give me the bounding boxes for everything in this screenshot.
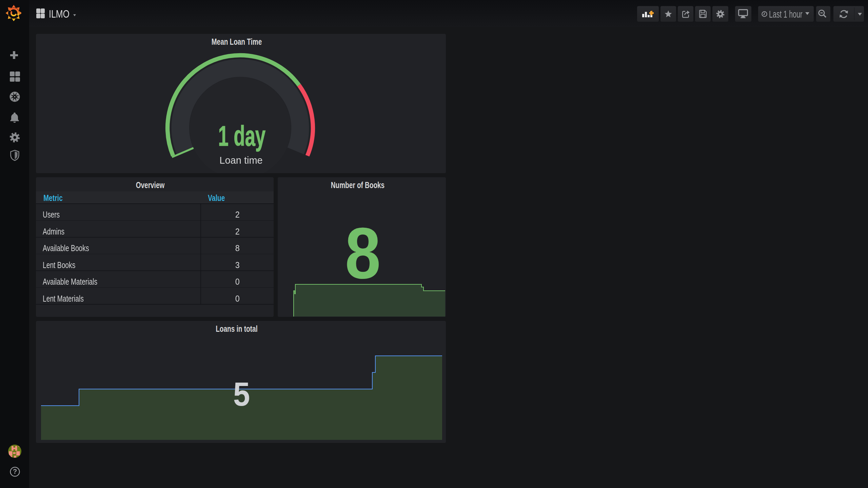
svg-text:?: ? bbox=[13, 468, 17, 475]
